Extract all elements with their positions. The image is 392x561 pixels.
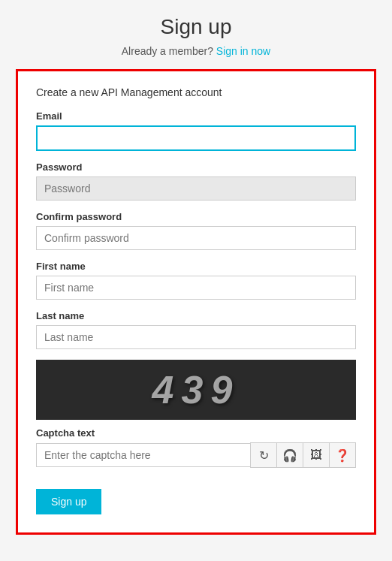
first-name-group: First name	[36, 261, 356, 300]
captcha-label: Captcha text	[36, 427, 356, 439]
image-icon: 🖼	[310, 448, 322, 462]
captcha-display-value: 439	[152, 367, 240, 412]
captcha-image: 439	[36, 360, 356, 420]
password-label: Password	[36, 161, 356, 173]
last-name-input[interactable]	[36, 325, 356, 349]
already-member-label: Already a member?	[122, 45, 213, 57]
headphone-icon: 🎧	[282, 448, 297, 463]
email-input[interactable]	[36, 125, 356, 151]
email-label: Email	[36, 110, 356, 122]
refresh-icon: ↻	[259, 448, 269, 463]
confirm-password-input[interactable]	[36, 226, 356, 250]
captcha-audio-button[interactable]: 🎧	[276, 442, 303, 468]
last-name-label: Last name	[36, 310, 356, 321]
form-card: Create a new API Management account Emai…	[16, 69, 376, 535]
password-group: Password	[36, 161, 356, 201]
sign-up-button[interactable]: Sign up	[36, 489, 101, 514]
already-member-text: Already a member? Sign in now	[16, 45, 376, 57]
email-group: Email	[36, 110, 356, 151]
page-container: Sign up Already a member? Sign in now Cr…	[16, 15, 376, 535]
captcha-input[interactable]	[36, 443, 251, 467]
first-name-label: First name	[36, 261, 356, 272]
page-title: Sign up	[16, 15, 376, 39]
help-icon: ❓	[335, 448, 350, 463]
first-name-input[interactable]	[36, 276, 356, 300]
sign-in-link[interactable]: Sign in now	[216, 45, 270, 57]
confirm-password-label: Confirm password	[36, 211, 356, 222]
confirm-password-group: Confirm password	[36, 211, 356, 250]
password-input[interactable]	[36, 176, 356, 201]
captcha-refresh-button[interactable]: ↻	[250, 442, 277, 468]
captcha-help-button[interactable]: ❓	[329, 442, 356, 468]
last-name-group: Last name	[36, 310, 356, 349]
form-description: Create a new API Management account	[36, 86, 356, 98]
captcha-input-row: ↻ 🎧 🖼 ❓	[36, 442, 356, 468]
captcha-image-button[interactable]: 🖼	[303, 442, 330, 468]
captcha-group: 439 Captcha text ↻ 🎧 🖼 ❓	[36, 360, 356, 468]
